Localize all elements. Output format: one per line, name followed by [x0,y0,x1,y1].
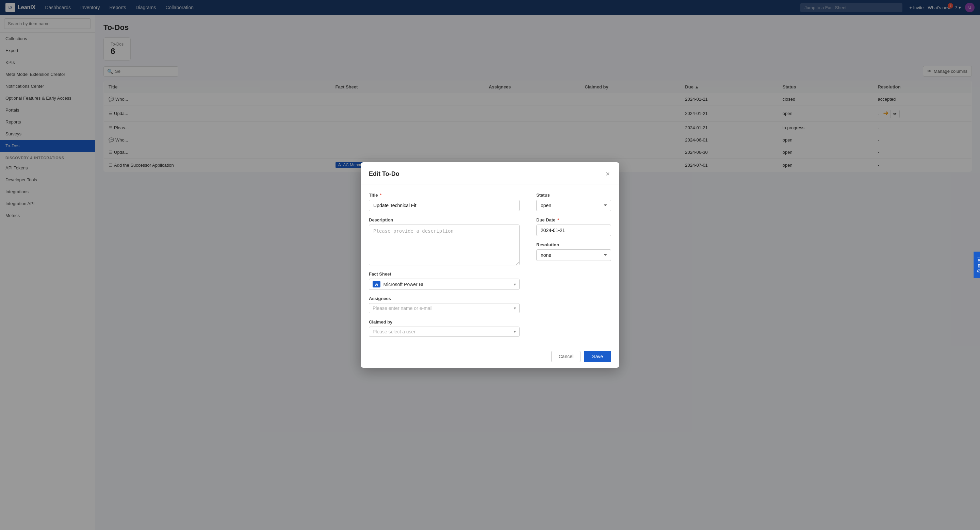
assignees-placeholder: Please enter name or e-mail [372,305,511,311]
claimed-by-label: Claimed by [369,319,520,325]
fact-sheet-select[interactable]: A Microsoft Power BI ▾ [369,279,520,290]
save-button[interactable]: Save [584,351,611,362]
assignees-label: Assignees [369,296,520,301]
modal-header: Edit To-Do × [361,162,619,184]
title-form-group: Title * [369,192,520,211]
fact-sheet-label: Fact Sheet [369,271,520,276]
modal-right-panel: Status open in progress closed Due Date … [536,192,611,337]
title-input[interactable] [369,200,520,211]
assignees-form-group: Assignees Please enter name or e-mail ▾ [369,296,520,313]
resolution-form-group: Resolution none accepted rejected [536,242,611,261]
fact-sheet-select-badge: A [372,281,380,287]
modal-footer: Cancel Save [361,345,619,368]
modal-overlay[interactable]: Edit To-Do × Title * Description [0,0,980,530]
due-date-required-marker: * [557,217,559,222]
due-date-input[interactable] [536,225,611,236]
resolution-label: Resolution [536,242,611,247]
status-form-group: Status open in progress closed [536,192,611,211]
claimed-by-form-group: Claimed by Please select a user ▾ [369,319,520,337]
claimed-by-select[interactable]: Please select a user ▾ [369,327,520,337]
description-label: Description [369,217,520,222]
modal-left-panel: Title * Description Fact Sheet A Microso… [369,192,528,337]
modal-body: Title * Description Fact Sheet A Microso… [361,184,619,345]
claimed-by-placeholder: Please select a user [372,329,511,335]
resolution-select[interactable]: none accepted rejected [536,249,611,261]
due-date-label: Due Date * [536,217,611,222]
cancel-button[interactable]: Cancel [551,351,581,362]
title-required-marker: * [380,192,382,198]
assignees-dropdown-icon: ▾ [514,306,516,311]
modal-title: Edit To-Do [369,170,399,178]
title-label: Title * [369,192,520,198]
status-label: Status [536,192,611,198]
assignees-input[interactable]: Please enter name or e-mail ▾ [369,303,520,313]
modal-close-button[interactable]: × [605,169,611,179]
claimed-by-dropdown-icon: ▾ [514,329,516,334]
description-form-group: Description [369,217,520,265]
fact-sheet-select-text: Microsoft Power BI [383,282,511,287]
due-date-form-group: Due Date * [536,217,611,236]
edit-todo-modal: Edit To-Do × Title * Description [361,162,619,368]
status-select[interactable]: open in progress closed [536,200,611,211]
description-textarea[interactable] [369,225,520,265]
support-tab[interactable]: Support [974,252,980,278]
fact-sheet-dropdown-icon: ▾ [514,282,516,287]
fact-sheet-form-group: Fact Sheet A Microsoft Power BI ▾ [369,271,520,290]
